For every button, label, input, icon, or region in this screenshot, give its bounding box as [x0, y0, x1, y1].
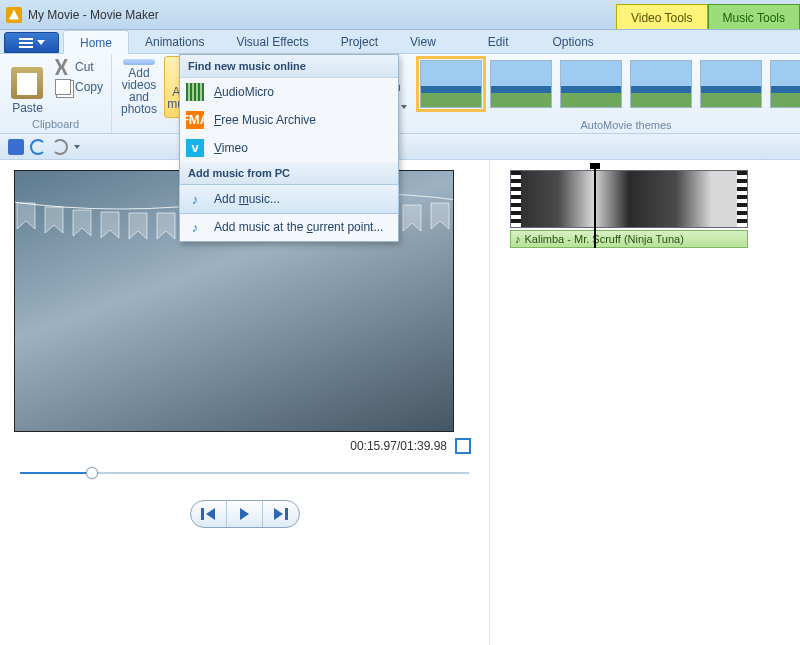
- title-bar: My Movie - Movie Maker Video Tools Music…: [0, 0, 800, 30]
- audiomicro-icon: [186, 83, 204, 101]
- tab-edit[interactable]: Edit: [472, 30, 525, 53]
- quick-access-toolbar: [0, 134, 800, 160]
- music-note-icon: ♪: [186, 218, 204, 236]
- menu-item-fma[interactable]: FMA Free Music Archive: [180, 106, 398, 134]
- fma-icon: FMA: [186, 111, 204, 129]
- fullscreen-button[interactable]: [455, 438, 471, 454]
- playhead[interactable]: [594, 168, 596, 248]
- prev-frame-button[interactable]: [191, 501, 227, 527]
- playback-time: 00:15.97/01:39.98: [350, 439, 447, 453]
- tab-project[interactable]: Project: [325, 30, 394, 53]
- tab-home[interactable]: Home: [63, 30, 129, 54]
- undo-button[interactable]: [30, 139, 46, 155]
- menu-item-add-music-current[interactable]: ♪ Add music at the current point...: [180, 213, 398, 241]
- music-clip[interactable]: ♪ Kalimba - Mr. Scruff (Ninja Tuna): [510, 230, 748, 248]
- copy-button[interactable]: Copy: [53, 78, 105, 96]
- save-button[interactable]: [8, 139, 24, 155]
- music-clip-label: Kalimba - Mr. Scruff (Ninja Tuna): [525, 233, 684, 245]
- chevron-down-icon: [37, 40, 45, 45]
- automovie-themes-gallery[interactable]: [412, 54, 800, 119]
- chevron-down-icon: [401, 105, 407, 109]
- seek-thumb[interactable]: [86, 467, 98, 479]
- menu-item-vimeo[interactable]: v Vimeo: [180, 134, 398, 162]
- menu-header-pc: Add music from PC: [180, 162, 398, 185]
- theme-thumb[interactable]: [700, 60, 762, 108]
- cut-icon: [55, 59, 71, 75]
- add-music-dropdown: Find new music online AudioMicro FMA Fre…: [179, 54, 399, 242]
- music-note-icon: ♪: [186, 190, 204, 208]
- ribbon: Paste Cut Copy Clipboard Add videosand p…: [0, 54, 800, 134]
- timeline-pane[interactable]: ♪ Kalimba - Mr. Scruff (Ninja Tuna): [490, 160, 800, 645]
- vimeo-icon: v: [186, 139, 204, 157]
- ribbon-tabstrip: Home Animations Visual Effects Project V…: [0, 30, 800, 54]
- seek-slider[interactable]: [20, 464, 469, 482]
- qat-customize-button[interactable]: [74, 145, 80, 149]
- group-label-themes: AutoMovie themes: [412, 119, 800, 133]
- redo-button[interactable]: [52, 139, 68, 155]
- video-clip[interactable]: [510, 170, 748, 228]
- theme-thumb[interactable]: [490, 60, 552, 108]
- theme-thumb[interactable]: [560, 60, 622, 108]
- next-frame-button[interactable]: [263, 501, 299, 527]
- paste-button[interactable]: Paste: [6, 56, 49, 118]
- tab-options[interactable]: Options: [537, 30, 610, 53]
- menu-item-audiomicro[interactable]: AudioMicro: [180, 78, 398, 106]
- group-label-clipboard: Clipboard: [6, 118, 105, 132]
- window-title: My Movie - Movie Maker: [28, 8, 159, 22]
- tab-music-tools[interactable]: Music Tools: [708, 4, 800, 29]
- tab-visual-effects[interactable]: Visual Effects: [220, 30, 324, 53]
- menu-header-online: Find new music online: [180, 55, 398, 78]
- add-videos-photos-button[interactable]: Add videosand photos: [118, 56, 160, 118]
- music-note-icon: ♪: [515, 233, 521, 245]
- add-videos-label: Add videosand photos: [121, 67, 157, 115]
- menu-item-add-music[interactable]: ♪ Add music...: [180, 185, 398, 213]
- paste-label: Paste: [12, 101, 43, 115]
- tab-animations[interactable]: Animations: [129, 30, 220, 53]
- theme-thumb[interactable]: [630, 60, 692, 108]
- theme-thumb[interactable]: [420, 60, 482, 108]
- paste-icon: [11, 67, 43, 99]
- photos-icon: [123, 59, 155, 65]
- file-menu-button[interactable]: [4, 32, 59, 53]
- app-icon: [6, 7, 22, 23]
- copy-icon: [55, 79, 71, 95]
- menu-icon: [19, 38, 33, 48]
- theme-thumb[interactable]: [770, 60, 800, 108]
- tab-video-tools[interactable]: Video Tools: [616, 4, 708, 29]
- playback-controls: [190, 500, 300, 528]
- tab-view[interactable]: View: [394, 30, 452, 53]
- play-button[interactable]: [227, 501, 263, 527]
- main-area: 00:15.97/01:39.98 ♪ Kalimba - Mr. Scruff…: [0, 160, 800, 645]
- cut-button[interactable]: Cut: [53, 58, 105, 76]
